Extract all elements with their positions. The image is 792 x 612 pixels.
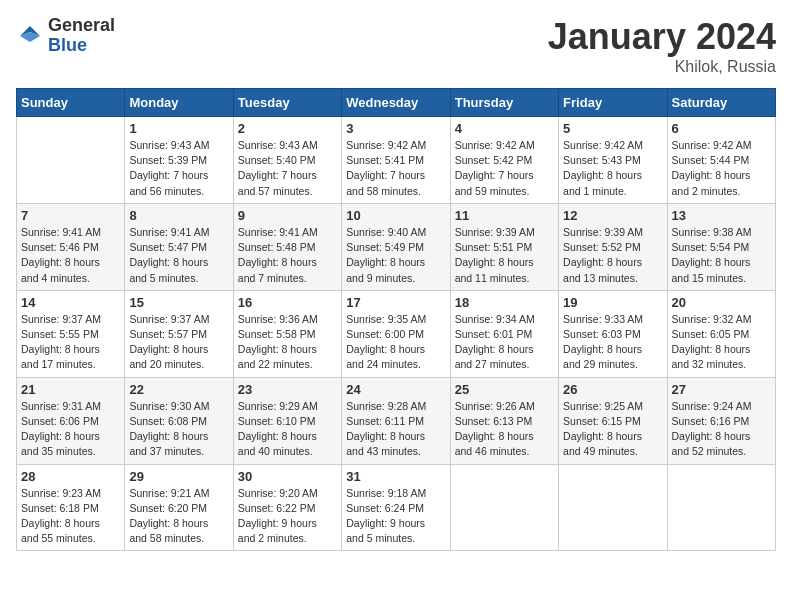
calendar-day-cell: 28Sunrise: 9:23 AMSunset: 6:18 PMDayligh… [17, 464, 125, 551]
day-info: Sunrise: 9:20 AMSunset: 6:22 PMDaylight:… [238, 486, 337, 547]
calendar-week-row: 14Sunrise: 9:37 AMSunset: 5:55 PMDayligh… [17, 290, 776, 377]
calendar-day-cell: 18Sunrise: 9:34 AMSunset: 6:01 PMDayligh… [450, 290, 558, 377]
calendar-day-cell: 25Sunrise: 9:26 AMSunset: 6:13 PMDayligh… [450, 377, 558, 464]
weekday-header-row: SundayMondayTuesdayWednesdayThursdayFrid… [17, 89, 776, 117]
day-number: 11 [455, 208, 554, 223]
day-info: Sunrise: 9:29 AMSunset: 6:10 PMDaylight:… [238, 399, 337, 460]
day-number: 8 [129, 208, 228, 223]
month-title: January 2024 [548, 16, 776, 58]
day-info: Sunrise: 9:33 AMSunset: 6:03 PMDaylight:… [563, 312, 662, 373]
day-number: 4 [455, 121, 554, 136]
calendar-week-row: 28Sunrise: 9:23 AMSunset: 6:18 PMDayligh… [17, 464, 776, 551]
calendar-day-cell: 3Sunrise: 9:42 AMSunset: 5:41 PMDaylight… [342, 117, 450, 204]
weekday-header: Monday [125, 89, 233, 117]
weekday-header: Friday [559, 89, 667, 117]
calendar-day-cell: 20Sunrise: 9:32 AMSunset: 6:05 PMDayligh… [667, 290, 775, 377]
calendar-day-cell: 15Sunrise: 9:37 AMSunset: 5:57 PMDayligh… [125, 290, 233, 377]
day-info: Sunrise: 9:37 AMSunset: 5:55 PMDaylight:… [21, 312, 120, 373]
day-number: 19 [563, 295, 662, 310]
day-info: Sunrise: 9:26 AMSunset: 6:13 PMDaylight:… [455, 399, 554, 460]
day-number: 7 [21, 208, 120, 223]
day-info: Sunrise: 9:42 AMSunset: 5:42 PMDaylight:… [455, 138, 554, 199]
calendar-day-cell [17, 117, 125, 204]
day-info: Sunrise: 9:38 AMSunset: 5:54 PMDaylight:… [672, 225, 771, 286]
day-number: 21 [21, 382, 120, 397]
day-info: Sunrise: 9:39 AMSunset: 5:52 PMDaylight:… [563, 225, 662, 286]
day-number: 23 [238, 382, 337, 397]
day-info: Sunrise: 9:24 AMSunset: 6:16 PMDaylight:… [672, 399, 771, 460]
calendar-day-cell: 31Sunrise: 9:18 AMSunset: 6:24 PMDayligh… [342, 464, 450, 551]
weekday-header: Wednesday [342, 89, 450, 117]
header: General Blue January 2024 Khilok, Russia [16, 16, 776, 76]
day-number: 2 [238, 121, 337, 136]
day-info: Sunrise: 9:40 AMSunset: 5:49 PMDaylight:… [346, 225, 445, 286]
logo-general-text: General [48, 16, 115, 36]
logo-text: General Blue [48, 16, 115, 56]
location: Khilok, Russia [548, 58, 776, 76]
day-info: Sunrise: 9:30 AMSunset: 6:08 PMDaylight:… [129, 399, 228, 460]
day-number: 14 [21, 295, 120, 310]
day-number: 3 [346, 121, 445, 136]
calendar-day-cell: 14Sunrise: 9:37 AMSunset: 5:55 PMDayligh… [17, 290, 125, 377]
day-number: 26 [563, 382, 662, 397]
weekday-header: Saturday [667, 89, 775, 117]
day-info: Sunrise: 9:37 AMSunset: 5:57 PMDaylight:… [129, 312, 228, 373]
day-number: 31 [346, 469, 445, 484]
day-number: 22 [129, 382, 228, 397]
calendar-day-cell [559, 464, 667, 551]
calendar-day-cell: 29Sunrise: 9:21 AMSunset: 6:20 PMDayligh… [125, 464, 233, 551]
day-number: 30 [238, 469, 337, 484]
calendar-day-cell: 5Sunrise: 9:42 AMSunset: 5:43 PMDaylight… [559, 117, 667, 204]
day-number: 10 [346, 208, 445, 223]
day-number: 6 [672, 121, 771, 136]
day-info: Sunrise: 9:41 AMSunset: 5:47 PMDaylight:… [129, 225, 228, 286]
calendar-day-cell: 7Sunrise: 9:41 AMSunset: 5:46 PMDaylight… [17, 203, 125, 290]
day-info: Sunrise: 9:42 AMSunset: 5:41 PMDaylight:… [346, 138, 445, 199]
calendar-day-cell: 24Sunrise: 9:28 AMSunset: 6:11 PMDayligh… [342, 377, 450, 464]
calendar-day-cell: 10Sunrise: 9:40 AMSunset: 5:49 PMDayligh… [342, 203, 450, 290]
calendar-day-cell [667, 464, 775, 551]
day-number: 28 [21, 469, 120, 484]
day-number: 16 [238, 295, 337, 310]
day-info: Sunrise: 9:23 AMSunset: 6:18 PMDaylight:… [21, 486, 120, 547]
day-info: Sunrise: 9:32 AMSunset: 6:05 PMDaylight:… [672, 312, 771, 373]
day-number: 24 [346, 382, 445, 397]
calendar-day-cell: 17Sunrise: 9:35 AMSunset: 6:00 PMDayligh… [342, 290, 450, 377]
day-number: 27 [672, 382, 771, 397]
logo: General Blue [16, 16, 115, 56]
calendar-day-cell [450, 464, 558, 551]
day-info: Sunrise: 9:42 AMSunset: 5:43 PMDaylight:… [563, 138, 662, 199]
calendar-day-cell: 11Sunrise: 9:39 AMSunset: 5:51 PMDayligh… [450, 203, 558, 290]
day-number: 29 [129, 469, 228, 484]
calendar-day-cell: 27Sunrise: 9:24 AMSunset: 6:16 PMDayligh… [667, 377, 775, 464]
calendar-day-cell: 9Sunrise: 9:41 AMSunset: 5:48 PMDaylight… [233, 203, 341, 290]
day-info: Sunrise: 9:18 AMSunset: 6:24 PMDaylight:… [346, 486, 445, 547]
day-number: 17 [346, 295, 445, 310]
calendar-week-row: 7Sunrise: 9:41 AMSunset: 5:46 PMDaylight… [17, 203, 776, 290]
calendar-day-cell: 4Sunrise: 9:42 AMSunset: 5:42 PMDaylight… [450, 117, 558, 204]
calendar-day-cell: 21Sunrise: 9:31 AMSunset: 6:06 PMDayligh… [17, 377, 125, 464]
day-info: Sunrise: 9:41 AMSunset: 5:46 PMDaylight:… [21, 225, 120, 286]
calendar-day-cell: 8Sunrise: 9:41 AMSunset: 5:47 PMDaylight… [125, 203, 233, 290]
day-info: Sunrise: 9:36 AMSunset: 5:58 PMDaylight:… [238, 312, 337, 373]
calendar-day-cell: 26Sunrise: 9:25 AMSunset: 6:15 PMDayligh… [559, 377, 667, 464]
day-number: 9 [238, 208, 337, 223]
calendar-day-cell: 23Sunrise: 9:29 AMSunset: 6:10 PMDayligh… [233, 377, 341, 464]
day-info: Sunrise: 9:25 AMSunset: 6:15 PMDaylight:… [563, 399, 662, 460]
day-info: Sunrise: 9:21 AMSunset: 6:20 PMDaylight:… [129, 486, 228, 547]
calendar-day-cell: 19Sunrise: 9:33 AMSunset: 6:03 PMDayligh… [559, 290, 667, 377]
day-number: 25 [455, 382, 554, 397]
day-number: 12 [563, 208, 662, 223]
day-info: Sunrise: 9:43 AMSunset: 5:39 PMDaylight:… [129, 138, 228, 199]
logo-blue-text: Blue [48, 36, 115, 56]
day-number: 13 [672, 208, 771, 223]
calendar-day-cell: 1Sunrise: 9:43 AMSunset: 5:39 PMDaylight… [125, 117, 233, 204]
calendar-day-cell: 2Sunrise: 9:43 AMSunset: 5:40 PMDaylight… [233, 117, 341, 204]
day-number: 5 [563, 121, 662, 136]
logo-icon [16, 22, 44, 50]
day-info: Sunrise: 9:43 AMSunset: 5:40 PMDaylight:… [238, 138, 337, 199]
weekday-header: Thursday [450, 89, 558, 117]
day-info: Sunrise: 9:39 AMSunset: 5:51 PMDaylight:… [455, 225, 554, 286]
day-info: Sunrise: 9:28 AMSunset: 6:11 PMDaylight:… [346, 399, 445, 460]
calendar-day-cell: 16Sunrise: 9:36 AMSunset: 5:58 PMDayligh… [233, 290, 341, 377]
